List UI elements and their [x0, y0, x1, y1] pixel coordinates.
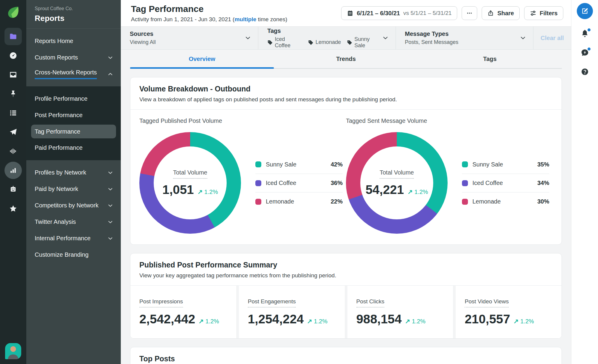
sources-label: Sources	[130, 30, 156, 37]
metric-label: Post Video Views	[465, 298, 509, 308]
up-right-arrow-icon: ↗	[408, 188, 413, 195]
sidebar-item-tag-performance[interactable]: Tag Performance	[31, 125, 116, 138]
legend-row: Iced Coffee 36%	[255, 174, 343, 192]
sidebar-item-paid-by-network[interactable]: Paid by Network	[26, 181, 121, 197]
pin-icon	[9, 90, 17, 98]
legend-row: Lemonade 22%	[255, 192, 343, 211]
folder-icon	[9, 32, 17, 41]
sidebar-item-post-performance[interactable]: Post Performance	[26, 107, 121, 123]
sidebar-item-customize-branding[interactable]: Customize Branding	[26, 247, 121, 263]
tags-filter[interactable]: Tags Iced Coffee Lemonade Sunny Sale	[258, 27, 396, 49]
legend-swatch	[255, 161, 261, 167]
tab-overview[interactable]: Overview	[130, 50, 274, 68]
up-right-arrow-icon: ↗	[199, 318, 204, 325]
whats-new-button[interactable]	[581, 48, 589, 57]
nav-inbox[interactable]	[4, 66, 22, 83]
report-content: Overview Trends Tags Volume Breakdown - …	[121, 50, 571, 364]
report-tabs: Overview Trends Tags	[130, 50, 562, 69]
metric-post-engagements: Post Engagements 1,254,224 ↗ 1.2%	[239, 286, 345, 338]
notifications-button[interactable]	[581, 29, 589, 38]
tab-tags[interactable]: Tags	[418, 50, 562, 68]
sidebar-item-competitors-by-network[interactable]: Competitors by Network	[26, 197, 121, 214]
sidebar-item-paid-performance[interactable]: Paid Performance	[26, 140, 121, 156]
sources-value: Viewing All	[130, 39, 156, 45]
nav-queue[interactable]	[4, 104, 22, 122]
donut-center: Total Volume 54,221 ↗ 1.2%	[360, 146, 433, 219]
sidebar-item-profile-performance[interactable]: Profile Performance	[26, 91, 121, 107]
nav-dashboard[interactable]	[4, 47, 22, 64]
sprout-leaf-logo[interactable]	[6, 5, 20, 19]
card-title: Volume Breakdown - Outbound	[139, 85, 553, 93]
sidebar-item-label: Custom Reports	[35, 54, 78, 61]
legend-swatch	[462, 180, 468, 186]
date-compare-value: vs 5/1/21 – 5/31/21	[403, 10, 452, 16]
bar-chart-icon	[9, 166, 17, 175]
nav-pinned[interactable]	[4, 85, 22, 103]
filter-bar: Sources Viewing All Tags Iced Coffee Lem…	[121, 27, 571, 50]
sources-filter[interactable]: Sources Viewing All	[121, 27, 258, 49]
sidebar-item-cross-network-reports[interactable]: Cross-Network Reports	[26, 66, 121, 82]
nav-publishing[interactable]	[4, 123, 22, 141]
sidebar-item-reports-home[interactable]: Reports Home	[26, 33, 121, 49]
change-badge: ↗ 1.2%	[199, 318, 219, 325]
legend-row: Iced Coffee 34%	[462, 174, 549, 192]
date-range-value: 6/1/21 – 6/30/21	[357, 10, 400, 17]
performance-summary-card: Published Post Performance Summary View …	[130, 253, 562, 339]
metric-label: Post Engagements	[248, 298, 296, 308]
sidebar-title: Reports	[35, 14, 112, 23]
donut-charts-row: Tagged Published Post Volume Total Volum…	[130, 110, 562, 244]
change-badge: ↗ 1.2%	[408, 188, 428, 195]
multiple-time-zones-link[interactable]: multiple	[234, 16, 256, 22]
more-options-button[interactable]	[462, 6, 477, 20]
tab-trends[interactable]: Trends	[274, 50, 418, 68]
change-value: 1.2%	[204, 189, 218, 195]
legend-label: Sunny Sale	[266, 161, 331, 168]
nav-listening[interactable]	[4, 143, 22, 160]
sidebar-item-label: Tag Performance	[35, 128, 80, 135]
donut-chart: Total Volume 1,051 ↗ 1.2%	[139, 132, 241, 234]
compose-button[interactable]	[577, 3, 593, 19]
tag-icon	[308, 40, 313, 45]
volume-breakdown-card: Volume Breakdown - Outbound View a break…	[130, 77, 562, 245]
sidebar-item-label: Profile Performance	[35, 95, 88, 102]
donut-chart: Total Volume 54,221 ↗ 1.2%	[346, 132, 448, 234]
header-actions: 6/1/21 – 6/30/21 vs 5/1/21 – 5/31/21 Sha…	[341, 6, 563, 20]
message-types-filter[interactable]: Message Types Posts, Sent Messages	[396, 27, 533, 49]
help-icon	[581, 68, 589, 76]
tag-chip: Sunny Sale	[347, 36, 382, 49]
user-avatar[interactable]	[5, 343, 21, 359]
chevron-down-icon	[519, 34, 527, 42]
sidebar-primary-section: Reports Home Custom Reports Cross-Networ…	[26, 28, 121, 86]
change-value: 1.2%	[414, 189, 428, 195]
report-header: Tag Performance Activity from Jun 1, 202…	[121, 0, 571, 27]
help-button[interactable]	[581, 68, 589, 76]
sidebar-item-twitter-analysis[interactable]: Twitter Analysis	[26, 214, 121, 230]
metric-post-clicks: Post Clicks 988,154 ↗ 1.2%	[347, 286, 453, 338]
filters-button[interactable]: Filters	[524, 6, 563, 20]
top-posts-header: Top Posts View the top tagged published …	[130, 347, 562, 364]
sidebar-item-internal-performance[interactable]: Internal Performance	[26, 230, 121, 247]
nav-reports-folder[interactable]	[4, 28, 22, 45]
up-right-arrow-icon: ↗	[405, 318, 410, 325]
total-volume-value: 54,221	[365, 183, 404, 197]
share-icon	[487, 10, 494, 16]
total-volume-label: Total Volume	[380, 169, 414, 179]
nav-favorites[interactable]	[4, 200, 22, 217]
date-range-button[interactable]: 6/1/21 – 6/30/21 vs 5/1/21 – 5/31/21	[341, 6, 457, 20]
nav-reports-charts[interactable]	[4, 162, 22, 179]
nav-automation[interactable]	[4, 181, 22, 198]
sidebar-item-profiles-by-network[interactable]: Profiles by Network	[26, 164, 121, 181]
legend-percent: 35%	[537, 161, 549, 168]
legend-swatch	[462, 199, 468, 205]
share-button[interactable]: Share	[482, 6, 520, 20]
star-icon	[9, 204, 17, 213]
clear-all-button[interactable]: Clear all	[533, 27, 571, 49]
main-area: Tag Performance Activity from Jun 1, 202…	[121, 0, 571, 364]
metric-value: 210,557	[465, 312, 510, 326]
person-photo	[5, 343, 21, 359]
change-badge: ↗ 1.2%	[307, 318, 328, 325]
chevron-down-icon	[107, 219, 114, 225]
sidebar-item-custom-reports[interactable]: Custom Reports	[26, 49, 121, 66]
up-right-arrow-icon: ↗	[513, 318, 519, 325]
legend-swatch	[462, 161, 468, 167]
